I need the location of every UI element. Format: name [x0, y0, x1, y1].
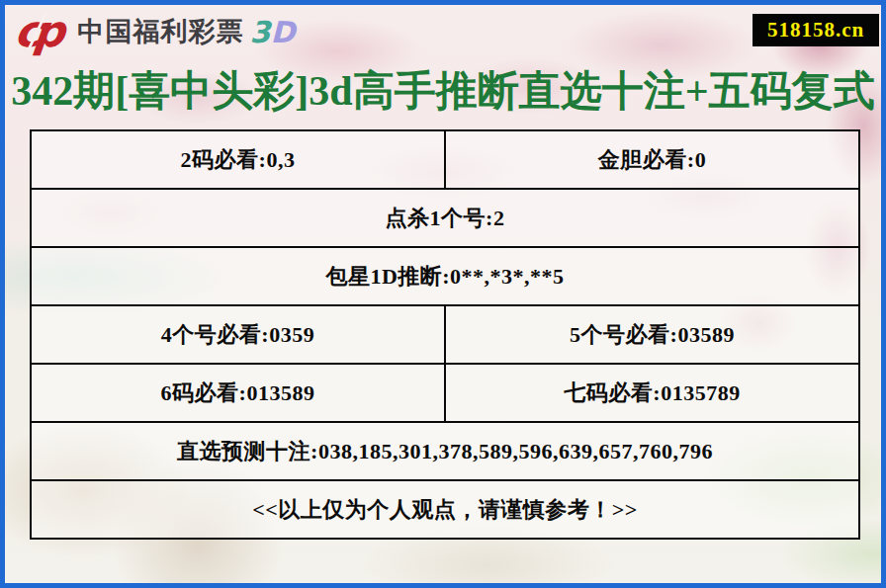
china-welfare-lottery-logo: cp 中国福利彩票 3D — [15, 9, 295, 54]
cell-zhixuan-yuce-shizhu: 直选预测十注:038,185,301,378,589,596,639,657,7… — [31, 422, 859, 480]
cell-jindan-bikan: 金胆必看:0 — [445, 130, 859, 189]
table-row: 4个号必看:0359 5个号必看:03589 — [31, 305, 859, 364]
table-row: 6码必看:013589 七码必看:0135789 — [31, 364, 859, 422]
cell-2ma-bikan: 2码必看:0,3 — [31, 130, 445, 189]
table-row: 包星1D推断:0**,*3*,**5 — [31, 247, 859, 305]
site-domain-badge: 518158.cn — [753, 14, 879, 46]
logo-3-glyph: 3 — [250, 15, 271, 49]
logo-3d-label: 3D — [250, 15, 296, 49]
logo-d-glyph: D — [270, 15, 295, 49]
table-row: 点杀1个号:2 — [31, 189, 859, 247]
table-row: <<以上仅为个人观点，请谨慎参考！>> — [31, 480, 859, 539]
cell-disclaimer: <<以上仅为个人观点，请谨慎参考！>> — [31, 480, 859, 539]
lottery-prediction-page: cp 中国福利彩票 3D 518158.cn 342期[喜中头彩]3d高手推断直… — [0, 0, 886, 588]
table-row: 2码必看:0,3 金胆必看:0 — [31, 130, 859, 189]
page-title: 342期[喜中头彩]3d高手推断直选十注+五码复式 — [5, 54, 881, 127]
prediction-table: 2码必看:0,3 金胆必看:0 点杀1个号:2 包星1D推断:0**,*3*,*… — [30, 129, 860, 540]
site-header: cp 中国福利彩票 3D 518158.cn — [5, 5, 881, 58]
cell-baoxing-1d-tuiduan: 包星1D推断:0**,*3*,**5 — [31, 247, 859, 305]
lottery-cp-logo-icon: cp — [13, 9, 70, 54]
table-row: 直选预测十注:038,185,301,378,589,596,639,657,7… — [31, 422, 859, 480]
cell-diansha-1hao: 点杀1个号:2 — [31, 189, 859, 247]
cell-5gehao-bikan: 5个号必看:03589 — [445, 305, 859, 364]
cell-4gehao-bikan: 4个号必看:0359 — [31, 305, 445, 364]
logo-text: 中国福利彩票 — [78, 14, 244, 49]
cell-6ma-bikan: 6码必看:013589 — [31, 364, 445, 422]
cell-7ma-bikan: 七码必看:0135789 — [445, 364, 859, 422]
